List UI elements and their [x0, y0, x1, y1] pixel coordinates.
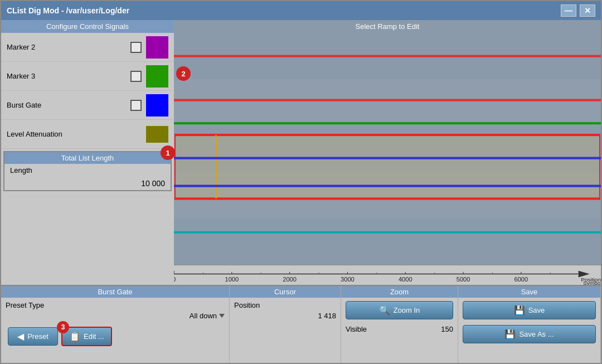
ramp-area[interactable]: 2 [174, 33, 601, 265]
ramp-visualization [174, 33, 601, 265]
zoom-in-button[interactable]: 🔍 Zoom In [346, 301, 453, 319]
burst-gate-label: Burst Gate [7, 101, 130, 109]
level-att-color [146, 126, 168, 143]
marker3-color [146, 65, 168, 88]
configure-signals-header: Configure Control Signals [1, 20, 174, 33]
length-value-row: 10 000 [4, 177, 171, 190]
badge-2: 2 [176, 66, 191, 81]
save-button[interactable]: 💾 Save [463, 301, 596, 319]
burst-gate-section: Burst Gate Preset Type All down ◀ Preset… [1, 286, 230, 363]
burst-gate-section-header: Burst Gate [1, 286, 229, 298]
svg-text:Symbol: Symbol [583, 280, 601, 285]
preset-type-label: Preset Type [6, 301, 44, 309]
cursor-section: Cursor Position 1 418 [230, 286, 341, 363]
zoom-section: Zoom 🔍 Zoom In Visible 150 [341, 286, 458, 363]
marker2-color [146, 36, 168, 59]
position-value: 1 418 [318, 312, 336, 320]
save-as-icon: 💾 [504, 329, 516, 339]
window-title: CList Dig Mod - /var/user/Log/der [7, 6, 129, 15]
svg-text:6000: 6000 [514, 276, 528, 283]
close-button[interactable]: ✕ [580, 4, 595, 17]
burst-gate-checkbox[interactable] [130, 100, 142, 111]
edit-icon: 📋 [69, 331, 80, 342]
save-section: Save 💾 Save 💾 Save As ... [458, 286, 601, 363]
marker3-label: Marker 3 [7, 72, 130, 80]
zoom-in-label: Zoom In [394, 306, 420, 314]
length-value: 10 000 [141, 179, 165, 188]
save-as-button[interactable]: 💾 Save As ... [463, 325, 596, 343]
svg-text:0: 0 [174, 276, 176, 283]
title-bar: CList Dig Mod - /var/user/Log/der — ✕ [1, 1, 601, 20]
preset-value: All down [190, 312, 217, 320]
svg-text:5000: 5000 [457, 276, 470, 283]
save-content: 💾 Save 💾 Save As ... [458, 298, 600, 363]
preset-button[interactable]: ◀ Preset [8, 327, 58, 346]
badge-3: 3 [57, 321, 69, 333]
burst-gate-content: Preset Type All down ◀ Preset 3 📋 Edit .… [1, 298, 229, 363]
main-content: Configure Control Signals Marker 2 Marke… [1, 20, 601, 285]
total-length-header: Total List Length [4, 152, 171, 164]
preset-type-row: Preset Type [6, 301, 225, 309]
marker3-row: Marker 3 [1, 62, 174, 91]
svg-rect-5 [174, 219, 601, 265]
preset-dropdown-row[interactable]: All down [6, 312, 225, 320]
ruler-svg: 0 1000 2000 3000 4000 5000 6000 [174, 265, 601, 285]
ramp-header: Select Ramp to Edit [174, 20, 601, 33]
svg-rect-6 [175, 135, 600, 198]
action-buttons-row: ◀ Preset 3 📋 Edit ... [6, 324, 225, 348]
left-panel: Configure Control Signals Marker 2 Marke… [1, 20, 174, 285]
visible-value: 150 [441, 325, 453, 333]
svg-text:3000: 3000 [341, 276, 355, 283]
svg-text:1000: 1000 [225, 276, 239, 283]
burst-gate-row: Burst Gate [1, 91, 174, 120]
svg-text:4000: 4000 [399, 276, 412, 283]
ruler-area: 0 1000 2000 3000 4000 5000 6000 [174, 265, 601, 285]
main-window: CList Dig Mod - /var/user/Log/der — ✕ Co… [0, 0, 602, 364]
preset-label: Preset [27, 332, 48, 341]
position-value-row: 1 418 [234, 312, 336, 320]
cursor-content: Position 1 418 [230, 298, 341, 363]
save-section-header: Save [458, 286, 600, 298]
save-icon: 💾 [514, 305, 525, 316]
badge-1: 1 [161, 145, 175, 160]
save-as-label: Save As ... [519, 330, 554, 338]
marker3-checkbox[interactable] [130, 71, 142, 82]
total-length-section: 1 Total List Length Length 10 000 [3, 151, 172, 191]
length-label: Length [10, 166, 32, 174]
position-label: Position [234, 301, 260, 309]
marker2-checkbox[interactable] [130, 42, 142, 53]
preset-dropdown-arrow[interactable] [219, 314, 225, 318]
position-label-row: Position [234, 301, 336, 309]
edit-button[interactable]: 3 📋 Edit ... [61, 327, 112, 346]
edit-label: Edit ... [84, 332, 104, 341]
zoom-section-header: Zoom [341, 286, 458, 298]
burst-gate-color [146, 94, 168, 117]
visible-label: Visible [346, 325, 367, 333]
right-panel: Select Ramp to Edit 2 [174, 20, 601, 285]
level-att-row: Level Attenuation [1, 120, 174, 149]
zoom-content: 🔍 Zoom In Visible 150 [341, 298, 458, 363]
visible-row: Visible 150 [346, 325, 453, 333]
zoom-in-icon: 🔍 [379, 305, 390, 316]
preset-icon: ◀ [17, 331, 24, 342]
marker2-label: Marker 2 [7, 43, 130, 51]
level-att-label: Level Attenuation [7, 130, 146, 138]
marker2-row: Marker 2 [1, 33, 174, 62]
length-row: Length [4, 164, 171, 177]
title-bar-buttons: — ✕ [561, 4, 595, 17]
minimize-button[interactable]: — [561, 4, 576, 17]
svg-text:2000: 2000 [283, 276, 297, 283]
cursor-section-header: Cursor [230, 286, 341, 298]
bottom-area: Burst Gate Preset Type All down ◀ Preset… [1, 285, 601, 363]
save-label: Save [528, 306, 545, 314]
svg-rect-2 [174, 79, 601, 125]
